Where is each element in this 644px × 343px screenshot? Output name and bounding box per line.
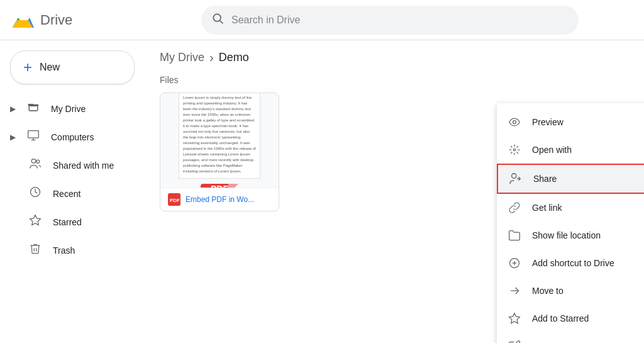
menu-item-add-starred[interactable]: Add to Starred: [497, 305, 644, 332]
sidebar-item-computers-label: Computers: [51, 132, 94, 142]
drive-logo-icon: [10, 8, 35, 33]
menu-item-get-link[interactable]: Get link: [497, 194, 644, 222]
new-plus-icon: +: [23, 60, 32, 75]
menu-item-show-file-location[interactable]: Show file location: [497, 222, 644, 249]
share-icon: [508, 171, 523, 186]
get-link-icon: [507, 200, 522, 215]
svg-line-22: [517, 152, 518, 154]
sidebar-item-starred-label: Starred: [53, 217, 82, 227]
sidebar: + New ▶ My Drive ▶ Computers Shared with…: [0, 40, 145, 343]
svg-point-10: [36, 160, 40, 163]
sidebar-item-trash-label: Trash: [53, 245, 75, 256]
svg-point-15: [513, 121, 516, 124]
menu-label-add-starred: Add to Starred: [532, 313, 644, 323]
menu-item-rename[interactable]: Rename: [497, 332, 644, 343]
preview-icon: [507, 115, 522, 130]
shared-icon: [28, 157, 43, 173]
menu-item-move-to[interactable]: Move to: [497, 277, 644, 305]
arrow-icon-computers: ▶: [10, 133, 16, 142]
sidebar-item-starred[interactable]: Starred: [0, 208, 135, 236]
context-menu: Preview Open with › Share: [497, 103, 644, 343]
svg-point-16: [513, 149, 515, 150]
sidebar-item-shared-with-me[interactable]: Shared with me: [0, 151, 135, 179]
svg-marker-12: [30, 215, 41, 225]
new-button[interactable]: + New: [10, 50, 135, 84]
recent-icon: [28, 186, 43, 201]
menu-label-get-link: Get link: [532, 203, 644, 213]
sidebar-item-recent-label: Recent: [53, 189, 80, 199]
app-title: Drive: [40, 12, 72, 28]
move-to-icon: [507, 283, 522, 298]
menu-item-open-with[interactable]: Open with ›: [497, 136, 644, 164]
topbar: Drive Search in Drive: [0, 0, 644, 40]
svg-point-1: [213, 14, 221, 21]
new-button-label: New: [40, 62, 60, 73]
sidebar-item-recent[interactable]: Recent: [0, 179, 135, 208]
menu-label-add-shortcut: Add shortcut to Drive: [532, 258, 644, 268]
arrow-icon: ▶: [10, 104, 16, 113]
menu-label-show-file-location: Show file location: [532, 230, 644, 240]
svg-rect-5: [29, 106, 37, 111]
my-drive-icon: [26, 101, 41, 116]
show-file-location-icon: [507, 228, 522, 243]
main-layout: + New ▶ My Drive ▶ Computers Shared with…: [0, 40, 644, 343]
menu-item-add-shortcut[interactable]: Add shortcut to Drive: [497, 249, 644, 277]
svg-rect-6: [28, 131, 39, 138]
search-icon: [211, 12, 224, 28]
add-shortcut-icon: [507, 256, 522, 271]
menu-label-open-with: Open with: [532, 145, 644, 155]
content-area: My Drive › Demo Files What is Lorem Ipsu…: [145, 40, 644, 343]
menu-item-share[interactable]: Share: [497, 164, 644, 194]
search-bar[interactable]: Search in Drive: [201, 6, 579, 35]
svg-line-24: [517, 146, 518, 147]
logo-area: Drive: [10, 8, 136, 33]
sidebar-item-my-drive[interactable]: ▶ My Drive: [0, 94, 135, 123]
starred-icon: [28, 214, 43, 230]
open-with-icon: [507, 142, 522, 157]
svg-line-21: [511, 146, 512, 147]
sidebar-item-computers[interactable]: ▶ Computers: [0, 123, 135, 151]
menu-label-move-to: Move to: [532, 286, 644, 296]
menu-label-share: Share: [533, 174, 644, 184]
svg-line-23: [511, 152, 512, 154]
computers-icon: [26, 129, 41, 145]
rename-icon: [507, 339, 522, 343]
search-placeholder[interactable]: Search in Drive: [231, 14, 300, 26]
sidebar-item-shared-label: Shared with me: [53, 160, 114, 171]
svg-marker-32: [509, 313, 520, 323]
add-starred-icon: [507, 311, 522, 326]
svg-line-2: [220, 21, 223, 24]
sidebar-item-my-drive-label: My Drive: [51, 104, 86, 114]
sidebar-item-trash[interactable]: Trash: [0, 236, 135, 264]
menu-item-preview[interactable]: Preview: [497, 108, 644, 136]
svg-point-25: [512, 174, 516, 178]
svg-point-9: [31, 159, 36, 164]
menu-label-preview: Preview: [532, 117, 644, 127]
trash-icon: [28, 242, 43, 258]
